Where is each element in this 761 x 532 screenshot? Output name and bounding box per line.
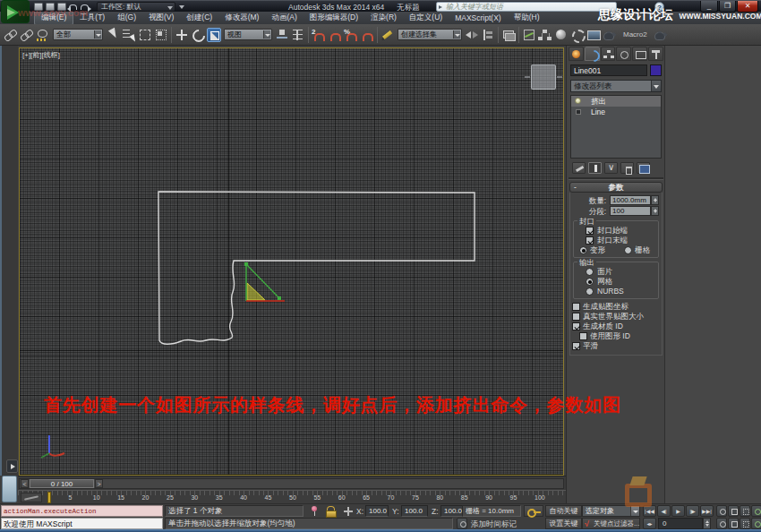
pan-icon[interactable] (740, 518, 750, 529)
cap-start-checkbox[interactable]: 封口始端 (574, 226, 658, 236)
previous-frame-button[interactable]: < (21, 479, 29, 488)
mirror-icon[interactable] (465, 28, 479, 42)
percent-snap-icon[interactable]: % (344, 28, 358, 42)
material-editor-icon[interactable] (554, 28, 569, 42)
menu-item-6[interactable]: 动画(A) (265, 12, 303, 24)
gen-mapping-checkbox[interactable]: 生成贴图坐标 (570, 302, 662, 312)
undo-icon[interactable] (69, 3, 78, 11)
radio-icon[interactable] (586, 268, 594, 276)
amount-spinner[interactable] (651, 195, 659, 205)
play-button[interactable]: ▶ (671, 505, 685, 517)
search-input[interactable]: 输入关键字或短语 (436, 2, 617, 12)
select-object-icon[interactable] (106, 28, 120, 42)
radio-icon[interactable] (586, 278, 594, 286)
rendered-frame-icon[interactable] (586, 28, 601, 42)
y-field[interactable]: 100.0 (401, 505, 428, 517)
new-file-icon[interactable] (34, 3, 43, 11)
patch-radio[interactable]: 面片 (574, 267, 658, 277)
radio-icon[interactable] (624, 246, 632, 254)
frame-spinner[interactable] (703, 518, 711, 529)
rectangular-selection-icon[interactable] (138, 28, 152, 42)
close-button[interactable]: ✕ (737, 1, 758, 13)
amount-field[interactable]: 1000.0mm (610, 195, 651, 205)
real-world-checkbox[interactable]: 真实世界贴图大小 (570, 312, 662, 322)
current-frame-field[interactable]: 0 (658, 518, 703, 529)
select-move-icon[interactable] (175, 28, 189, 42)
menu-item-7[interactable]: 图形编辑器(D) (304, 12, 364, 24)
maxscript-listener-pink[interactable]: actionMan.executeAction (1, 505, 163, 517)
modifier-list-dropdown[interactable]: 修改器列表 (570, 80, 662, 92)
radio-icon[interactable] (586, 287, 594, 296)
menu-item-11[interactable]: 帮助(H) (508, 12, 546, 24)
open-file-icon[interactable] (46, 3, 55, 11)
key-filters-button[interactable]: √关键点过滤器... (582, 518, 640, 529)
checkbox-icon[interactable] (579, 332, 587, 340)
render-teapot-icon[interactable] (654, 28, 668, 42)
menu-item-9[interactable]: 自定义(U) (403, 12, 449, 24)
field-of-view-icon[interactable] (728, 518, 739, 529)
gen-matid-checkbox[interactable]: 生成材质 ID (570, 322, 662, 331)
checkbox-icon[interactable] (572, 303, 580, 311)
show-end-result-icon[interactable] (588, 162, 602, 174)
object-name-field[interactable]: Line001 (570, 64, 647, 76)
checkbox-icon[interactable] (572, 322, 580, 330)
zoom-icon[interactable] (716, 505, 727, 517)
morph-grid-radios[interactable]: 变形栅格 (574, 245, 658, 255)
checkbox-icon[interactable] (572, 342, 580, 350)
checkbox-icon[interactable] (572, 313, 580, 321)
minimize-button[interactable]: _ (700, 1, 718, 13)
select-and-link-icon[interactable] (4, 28, 18, 42)
workspace-dropdown[interactable]: 工作区: 默认 (97, 2, 175, 12)
angle-snap-icon[interactable] (328, 28, 342, 42)
tab-utilities-icon[interactable] (648, 47, 663, 61)
menu-item-10[interactable]: MAXScript(X) (449, 13, 507, 23)
tab-create-icon[interactable] (569, 47, 584, 61)
viewport-label[interactable]: [+][前][线框] (22, 50, 60, 60)
checkbox-icon[interactable] (586, 227, 594, 235)
mini-curve-editor-button[interactable] (2, 476, 17, 502)
time-slider-handle[interactable]: 0 / 100 (30, 479, 94, 488)
key-mode-toggle[interactable]: ◂▸ (643, 518, 656, 529)
stack-item-extrude[interactable]: 挤出 (571, 96, 661, 107)
bulb-icon[interactable] (575, 98, 581, 104)
selection-lock-icon[interactable] (324, 505, 337, 517)
window-crossing-icon[interactable] (154, 28, 168, 42)
expand-left-panel-button[interactable] (6, 459, 18, 473)
zoom-extents-icon[interactable] (740, 505, 750, 517)
previous-key-button[interactable]: ◀| (657, 505, 671, 517)
x-field[interactable]: 100.0 (365, 505, 389, 517)
view-cube[interactable] (531, 64, 556, 90)
menu-item-8[interactable]: 渲染(R) (364, 12, 403, 24)
configure-modifier-sets-icon[interactable] (637, 162, 650, 174)
orbit-icon[interactable] (751, 505, 761, 517)
menu-item-1[interactable]: 工具(T) (73, 12, 111, 24)
mesh-radio[interactable]: 网格 (574, 277, 658, 287)
menu-item-4[interactable]: 创建(C) (180, 12, 218, 24)
segments-spinner[interactable] (651, 206, 659, 216)
schematic-view-icon[interactable] (538, 28, 552, 42)
time-slider-track[interactable]: < 0 / 100 > (19, 478, 564, 489)
help-icon[interactable]: ? (654, 2, 664, 12)
segments-field[interactable]: 100 (610, 206, 651, 216)
make-unique-icon[interactable] (604, 162, 618, 174)
use-shapeid-checkbox[interactable]: 使用图形 ID (570, 331, 662, 341)
pin-stack-icon[interactable] (572, 162, 586, 174)
select-by-name-icon[interactable] (122, 28, 136, 42)
transform-typein-icon[interactable] (342, 505, 355, 517)
tab-hierarchy-icon[interactable] (601, 47, 616, 61)
align-icon[interactable] (481, 28, 495, 42)
zoom-all-icon[interactable] (728, 505, 739, 517)
selection-filter-dropdown[interactable]: 全部 (53, 29, 103, 40)
menu-item-5[interactable]: 修改器(M) (218, 12, 265, 24)
select-rotate-icon[interactable] (191, 28, 205, 42)
maximize-button[interactable]: ❐ (719, 1, 736, 13)
object-color-swatch[interactable] (650, 64, 662, 76)
remove-modifier-icon[interactable] (620, 162, 634, 174)
snap-toggle-icon[interactable]: 2 (312, 28, 326, 42)
tab-display-icon[interactable] (632, 47, 647, 61)
app-logo-button[interactable] (1, 0, 30, 23)
select-scale-icon[interactable] (207, 28, 221, 42)
set-key-button[interactable]: 设置关键点 (545, 518, 582, 529)
key-selection-dropdown[interactable]: 选定对象 (582, 505, 640, 517)
open-mini-curve-editor-icon[interactable] (21, 493, 42, 502)
